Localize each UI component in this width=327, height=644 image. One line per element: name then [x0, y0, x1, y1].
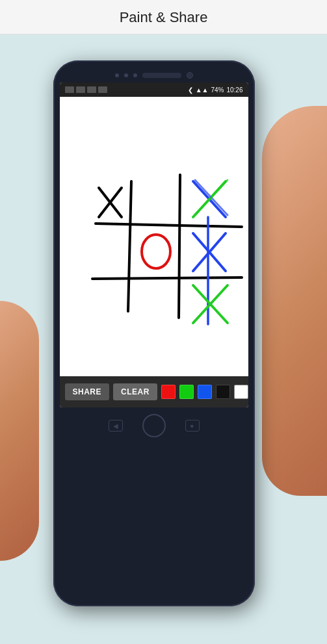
phone-device: ❮ ▲▲ 74% 10:26 — [53, 60, 255, 606]
color-blue[interactable] — [198, 385, 212, 399]
color-green[interactable] — [179, 385, 194, 399]
battery-percent: 74% — [211, 86, 224, 94]
home-button[interactable] — [142, 414, 166, 437]
bluetooth-icon: ❮ — [188, 86, 193, 94]
status-icons-left — [65, 86, 107, 93]
share-button[interactable]: SHARE — [65, 383, 110, 400]
color-red[interactable] — [161, 385, 176, 399]
icon-gallery — [65, 86, 74, 93]
dot-2 — [124, 73, 128, 77]
clear-button[interactable]: CLEAR — [113, 383, 157, 400]
hand-right — [262, 106, 327, 496]
phone-top — [60, 67, 248, 83]
svg-line-0 — [128, 181, 131, 311]
phone-scene: ❮ ▲▲ 74% 10:26 — [0, 41, 327, 606]
status-right: ❮ ▲▲ 74% 10:26 — [188, 86, 243, 94]
dot-1 — [115, 73, 119, 77]
drawing-canvas-area[interactable] — [60, 97, 248, 376]
svg-line-1 — [179, 175, 180, 318]
page-title: Paint & Share — [120, 9, 208, 25]
speaker-grille — [142, 73, 181, 78]
phone-bottom-nav: ◀ ■ — [60, 407, 248, 443]
svg-point-6 — [142, 235, 170, 268]
recents-button[interactable]: ■ — [185, 420, 200, 431]
hand-left — [0, 301, 39, 561]
back-button[interactable]: ◀ — [109, 420, 123, 431]
phone-screen: ❮ ▲▲ 74% 10:26 — [60, 83, 248, 407]
color-black[interactable] — [216, 385, 230, 399]
dot-3 — [133, 73, 137, 77]
status-time: 10:26 — [226, 86, 242, 94]
title-bar: Paint & Share — [0, 0, 327, 34]
svg-canvas[interactable] — [60, 97, 248, 376]
color-white[interactable] — [234, 385, 248, 399]
icon-wifi — [98, 86, 107, 93]
status-bar: ❮ ▲▲ 74% 10:26 — [60, 83, 248, 97]
icon-phone — [87, 86, 96, 93]
svg-line-3 — [92, 277, 242, 279]
bottom-toolbar: SHARE CLEAR — [60, 376, 248, 407]
signal-icon: ▲▲ — [196, 86, 209, 94]
svg-line-2 — [96, 224, 242, 227]
front-camera — [187, 72, 193, 79]
icon-monitor — [76, 86, 85, 93]
